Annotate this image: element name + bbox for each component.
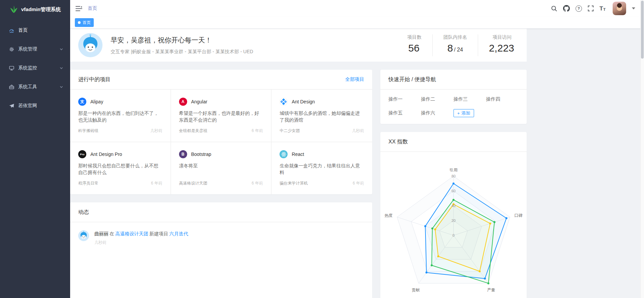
app-title: vfadmin管理系统 (21, 6, 61, 13)
activity-text: 曲丽丽在高逼格设计天团新建项目六月迭代 (94, 230, 189, 237)
svg-text:产量: 产量 (487, 288, 495, 292)
scrollbar[interactable] (640, 0, 644, 298)
search-icon[interactable] (551, 5, 557, 12)
project-name[interactable]: Angular (191, 99, 207, 104)
project-updated-time: 6 年前 (252, 180, 263, 186)
sidebar-item-system-management[interactable]: 系统管理 (0, 40, 70, 59)
caret-down-icon[interactable] (632, 7, 635, 9)
top-navbar: 首页 ? T (70, 0, 644, 17)
radar-chart: 806040200引用口碑产量贡献热度 (380, 152, 527, 298)
projects-grid: 支 Alipay 那是一种内在的东西，他们到达不了，也无法触及的 科学搬砖组 几… (70, 90, 372, 194)
project-description: 希望是一个好东西，也许是最好的，好东西是不会消亡的 (179, 110, 263, 123)
menu-label-system-tools: 系统工具 (18, 84, 37, 90)
project-group-link[interactable]: 程序员日常 (78, 180, 98, 186)
toolbox-icon (9, 84, 14, 90)
project-card-angular[interactable]: A Angular 希望是一个好东西，也许是最好的，好东西是不会消亡的 全组都是… (171, 90, 272, 142)
project-group-link[interactable]: 科学搬砖组 (78, 128, 98, 134)
stat-value: 56 (407, 42, 421, 56)
quick-nav-links: 操作一 操作二 操作三 操作四 操作五 操作六 + 添加 (380, 90, 527, 124)
activity-user-link[interactable]: 曲丽丽 (94, 231, 109, 236)
quick-link-2[interactable]: 操作二 (421, 96, 454, 102)
projects-title: 进行中的项目 (78, 76, 111, 83)
fullscreen-icon[interactable] (588, 5, 594, 11)
svg-text:引用: 引用 (449, 168, 458, 172)
stat-label: 项目数 (407, 34, 421, 40)
project-group-link[interactable]: 中二少女团 (280, 128, 300, 134)
chevron-down-icon (59, 47, 63, 51)
dashboard-icon (9, 28, 14, 33)
user-avatar[interactable] (613, 2, 626, 15)
app-window: vfadmin管理系统 首页 系统管理 (0, 0, 644, 298)
font-size-large-glyph: T (599, 6, 603, 11)
project-name[interactable]: Ant Design (292, 99, 315, 104)
project-name[interactable]: Ant Design Pro (90, 152, 122, 157)
stat-team-rank: 团队内排名 8/ 24 (432, 34, 478, 56)
stat-label: 团队内排名 (443, 34, 467, 40)
quick-nav-card: 快速开始 / 便捷导航 操作一 操作二 操作三 操作四 操作五 操作六 + (380, 70, 527, 124)
projects-card: 进行中的项目 全部项目 支 Alipay 那是一种内在的东西，他们到达不了，也无 (70, 70, 372, 194)
index-chart-card: XX 指数 806040200引用口碑产量贡献热度 (380, 132, 527, 298)
quick-link-1[interactable]: 操作一 (388, 96, 421, 102)
sidebar-toggle-icon[interactable] (76, 6, 82, 11)
add-button[interactable]: + 添加 (453, 109, 474, 117)
project-card-ant-design[interactable]: Ant Design 城镇中有那么多的酒馆，她却偏偏走进了我的酒馆 中二少女团 … (271, 90, 372, 142)
activity-group-link[interactable]: 高逼格设计天团 (115, 231, 148, 236)
project-name[interactable]: Bootstrap (191, 152, 211, 157)
ant-design-pro-icon: Pro (78, 150, 86, 158)
project-name[interactable]: React (292, 152, 304, 157)
sidebar-item-home[interactable]: 首页 (0, 21, 70, 40)
breadcrumb[interactable]: 首页 (88, 5, 97, 11)
github-icon[interactable] (563, 5, 570, 12)
project-name[interactable]: Alipay (90, 99, 103, 104)
svg-text:贡献: 贡献 (412, 288, 420, 292)
sidebar-item-system-tools[interactable]: 系统工具 (0, 77, 70, 96)
all-projects-link[interactable]: 全部项目 (345, 76, 364, 82)
index-chart-title: XX 指数 (388, 138, 408, 145)
help-icon[interactable]: ? (576, 5, 582, 12)
user-cartoon-avatar (78, 33, 103, 57)
activity-user-avatar[interactable] (78, 230, 89, 241)
project-card-react[interactable]: React 生命就像一盒巧克力，结果往往出人意料 骗你来学计算机 6 年前 (271, 142, 372, 194)
project-updated-time: 几秒前 (150, 128, 163, 134)
quick-link-4[interactable]: 操作四 (486, 96, 519, 102)
plus-icon: + (457, 111, 460, 116)
quick-link-3[interactable]: 操作三 (453, 96, 486, 102)
chevron-down-icon (59, 85, 63, 89)
font-size-icon[interactable]: TT (599, 6, 606, 11)
project-group-link[interactable]: 高逼格设计天团 (179, 180, 207, 186)
tags-view-bar: 首页 (70, 17, 644, 29)
project-description: 那是一种内在的东西，他们到达不了，也无法触及的 (78, 110, 163, 123)
project-group-link[interactable]: 全组都是吴彦祖 (179, 128, 207, 134)
sidebar-menu: 首页 系统管理 (0, 19, 70, 115)
project-card-alipay[interactable]: 支 Alipay 那是一种内在的东西，他们到达不了，也无法触及的 科学搬砖组 几… (70, 90, 171, 142)
quick-link-5[interactable]: 操作五 (388, 110, 421, 116)
stat-label: 项目访问 (489, 34, 515, 40)
tag-home[interactable]: 首页 (75, 18, 94, 27)
menu-label-official-site: 若依官网 (18, 103, 37, 109)
active-tag-dot (78, 21, 81, 24)
svg-text:0: 0 (452, 233, 455, 237)
angular-icon: A (179, 98, 187, 106)
monitor-icon (9, 65, 14, 71)
welcome-header: 早安，吴彦祖，祝你开心每一天！ 交互专家 |蚂蚁金服 - 某某某事业群 - 某某… (70, 29, 527, 62)
activity-title: 动态 (78, 209, 89, 216)
alipay-icon: 支 (78, 98, 86, 106)
app-logo[interactable]: vfadmin管理系统 (0, 0, 70, 19)
quick-link-6[interactable]: 操作六 (421, 110, 454, 116)
stat-value: 8/ 24 (443, 42, 467, 56)
quick-nav-title: 快速开始 / 便捷导航 (388, 76, 436, 83)
project-card-bootstrap[interactable]: B Bootstrap 凛冬将至 高逼格设计天团 6 年前 (171, 142, 272, 194)
activity-item: 曲丽丽在高逼格设计天团新建项目六月迭代 几秒前 (70, 222, 372, 245)
project-group-link[interactable]: 骗你来学计算机 (280, 180, 308, 186)
scrollbar-thumb[interactable] (641, 1, 644, 59)
menu-label-home: 首页 (18, 27, 28, 33)
activity-project-link[interactable]: 六月迭代 (169, 231, 188, 236)
main-content: 早安，吴彦祖，祝你开心每一天！ 交互专家 |蚂蚁金服 - 某某某事业群 - 某某… (70, 29, 644, 298)
project-description: 那时候我只会想自己想要什么，从不想自己拥有什么 (78, 162, 163, 176)
sidebar-item-official-site[interactable]: 若依官网 (0, 96, 70, 115)
greeting-text: 早安，吴彦祖，祝你开心每一天！ (111, 36, 253, 45)
activity-time: 几秒前 (94, 240, 189, 245)
project-card-ant-design-pro[interactable]: Pro Ant Design Pro 那时候我只会想自己想要什么，从不想自己拥有… (70, 142, 171, 194)
sidebar-item-system-monitor[interactable]: 系统监控 (0, 59, 70, 77)
svg-text:热度: 热度 (384, 213, 392, 218)
